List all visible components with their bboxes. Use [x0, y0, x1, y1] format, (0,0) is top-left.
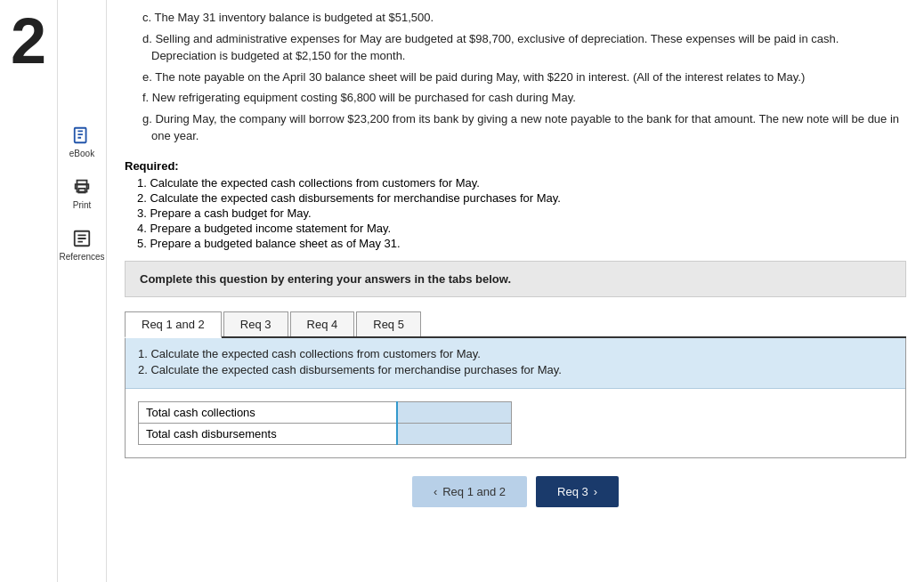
line-d: d. Selling and administrative expenses f…: [125, 30, 906, 65]
sidebar-item-print[interactable]: Print: [71, 176, 93, 210]
instruction-2: 2. Calculate the expected cash disbursem…: [138, 363, 893, 376]
cash-disbursements-cell[interactable]: [397, 423, 512, 444]
next-label: Req 3: [557, 485, 588, 498]
req-item-2: 2. Calculate the expected cash disbursem…: [125, 191, 906, 205]
required-title: Required:: [125, 159, 906, 173]
table-row: Total cash disbursements: [139, 423, 512, 444]
required-section: Required: 1. Calculate the expected cash…: [125, 159, 906, 250]
prev-button[interactable]: ‹ Req 1 and 2: [412, 476, 527, 507]
svg-rect-2: [78, 189, 85, 193]
required-list: 1. Calculate the expected cash collectio…: [125, 176, 906, 250]
main-content: c. The May 31 inventory balance is budge…: [107, 0, 924, 582]
cash-collections-label: Total cash collections: [139, 401, 397, 423]
table-row: Total cash collections: [139, 401, 512, 423]
ebook-icon: [71, 125, 93, 146]
req-item-3: 3. Prepare a cash budget for May.: [125, 206, 906, 220]
line-e: e. The note payable on the April 30 bala…: [125, 69, 906, 86]
line-c: c. The May 31 inventory balance is budge…: [125, 9, 906, 27]
instruction-area: 1. Calculate the expected cash collectio…: [126, 338, 905, 389]
req-item-4: 4. Prepare a budgeted income statement f…: [125, 222, 906, 235]
cash-disbursements-input[interactable]: [405, 427, 504, 441]
sidebar-item-references[interactable]: References: [59, 228, 104, 262]
input-table: Total cash collections Total cash disbur…: [138, 401, 512, 445]
next-button[interactable]: Req 3 ›: [536, 476, 619, 507]
problem-number: 2: [11, 9, 46, 73]
problem-text: c. The May 31 inventory balance is budge…: [125, 9, 906, 145]
instruction-1: 1. Calculate the expected cash collectio…: [138, 347, 893, 360]
complete-box-text: Complete this question by entering your …: [140, 272, 511, 286]
req-item-1: 1. Calculate the expected cash collectio…: [125, 176, 906, 190]
cash-collections-input[interactable]: [405, 406, 504, 419]
problem-number-panel: 2: [0, 0, 58, 582]
tabs-container: Req 1 and 2 Req 3 Req 4 Req 5: [125, 311, 906, 338]
line-f: f. New refrigerating equipment costing $…: [125, 89, 906, 107]
tab-content: 1. Calculate the expected cash collectio…: [125, 338, 906, 458]
line-g: g. During May, the company will borrow $…: [125, 110, 906, 145]
req-item-5: 5. Prepare a budgeted balance sheet as o…: [125, 237, 906, 250]
references-icon: [71, 228, 93, 249]
ebook-label: eBook: [69, 149, 94, 158]
prev-label: Req 1 and 2: [442, 485, 506, 498]
prev-arrow: ‹: [434, 485, 437, 498]
sidebar: eBook Print References: [58, 0, 107, 582]
tab-req1and2[interactable]: Req 1 and 2: [125, 311, 222, 338]
tab-req5[interactable]: Req 5: [356, 311, 421, 336]
cash-collections-cell[interactable]: [397, 401, 512, 423]
nav-buttons: ‹ Req 1 and 2 Req 3 ›: [125, 476, 906, 507]
next-arrow: ›: [594, 485, 597, 498]
print-label: Print: [73, 200, 92, 210]
sidebar-item-ebook[interactable]: eBook: [69, 125, 94, 158]
references-label: References: [59, 252, 104, 262]
input-area: Total cash collections Total cash disbur…: [126, 389, 905, 457]
print-icon: [71, 176, 93, 198]
tab-req3[interactable]: Req 3: [223, 311, 288, 336]
tab-req4[interactable]: Req 4: [290, 311, 355, 336]
cash-disbursements-label: Total cash disbursements: [139, 423, 397, 444]
complete-box: Complete this question by entering your …: [125, 261, 906, 297]
